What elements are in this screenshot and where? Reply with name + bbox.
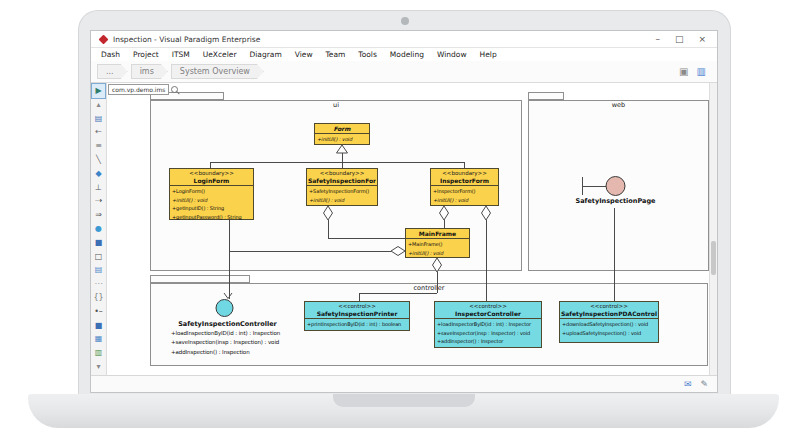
class-inspector-controller[interactable]: <<control>>InspectorController+loadInspe… — [434, 301, 542, 348]
class-name-safety-inspection-pda-controller: SafetyInspectionPDAController — [561, 310, 657, 318]
operation-label: +printInspectionByID(id : int) : boolean — [307, 320, 407, 329]
operation-label: +LoginForm() — [172, 187, 251, 196]
menu-item-diagram[interactable]: Diagram — [250, 50, 282, 59]
operation-label: +saveInspector(insp : Inspector) : void — [437, 329, 539, 338]
operation-label: +downloadSafetyInspection() : void — [562, 320, 656, 329]
class-name-main-frame: MainFrame — [407, 230, 468, 238]
package-tool-icon[interactable]: ■ — [92, 236, 105, 250]
class-safety-inspection-pda-controller[interactable]: <<control>>SafetyInspectionPDAController… — [559, 301, 659, 343]
anchor-tool-icon[interactable]: ⊥ — [92, 181, 105, 195]
class-operations: +downloadSafetyInspection() : void+uploa… — [560, 319, 658, 339]
menu-item-modeling[interactable]: Modeling — [390, 50, 424, 59]
menu-item-view[interactable]: View — [295, 50, 313, 59]
control-circle[interactable] — [216, 300, 233, 317]
operation-label: +MainFrame() — [408, 240, 467, 249]
menu-item-team[interactable]: Team — [326, 50, 346, 59]
breadcrumb-item-ims[interactable]: ims — [131, 64, 168, 79]
menu-item-project[interactable]: Project — [133, 50, 159, 59]
diamond-tool-icon[interactable]: ◆ — [92, 167, 105, 181]
class-header-inspector-form: <<boundary>>InspectorForm — [431, 169, 498, 186]
app-window: Inspection - Visual Paradigm Enterprise … — [90, 30, 718, 393]
operation-label: +initUI() : void — [317, 135, 367, 144]
panel-view-icon[interactable]: ▥ — [697, 66, 706, 78]
chart-tool-icon[interactable]: ▦ — [92, 332, 105, 346]
operation-label: +saveInspection(insp : Inspection) : voi… — [171, 338, 280, 347]
stereotype-label: <<control>> — [306, 303, 408, 310]
scrollbar-thumb[interactable] — [711, 241, 716, 275]
association-tool-icon[interactable]: ╲ — [92, 153, 105, 167]
diagram-canvas[interactable]: com.vp.demo.ims uiwebcontrollerForm+init… — [107, 83, 717, 375]
separator-icon[interactable]: ⋯ — [92, 277, 105, 291]
window-controls: –□× — [655, 34, 711, 44]
class-operations: +printInspectionByID(id : int) : boolean — [305, 319, 409, 330]
class-header-safety-inspection-printer: <<control>>SafetyInspectionPrinter — [305, 302, 409, 319]
class-login-form[interactable]: <<boundary>>LoginForm+LoginForm()+initUI… — [169, 168, 254, 220]
search-icon[interactable] — [171, 86, 178, 93]
laptop-base — [28, 394, 779, 428]
menu-item-itsm[interactable]: ITSM — [172, 50, 190, 59]
note-tool-icon[interactable]: ▤ — [92, 263, 105, 277]
braces-tool-icon[interactable]: {} — [92, 291, 105, 305]
stereotype-label: <<boundary>> — [308, 170, 376, 177]
boundary-circle[interactable] — [606, 177, 625, 196]
compose-note-icon[interactable]: ✎ — [700, 379, 708, 389]
menu-item-dash[interactable]: Dash — [101, 50, 120, 59]
close-button[interactable]: × — [698, 34, 706, 44]
link-end-tool-icon[interactable]: •– — [92, 305, 105, 319]
class-operations: +MainFrame()+initUI() : void — [406, 239, 469, 259]
frame-tool-icon[interactable]: □ — [92, 250, 105, 264]
class-name-login-form: LoginForm — [171, 177, 252, 185]
stereotype-label: <<boundary>> — [171, 170, 252, 177]
laptop-trackpad-notch — [333, 394, 475, 407]
breadcrumb-item-system-overview[interactable]: System Overview — [171, 64, 264, 79]
class-header-login-form: <<boundary>>LoginForm — [170, 169, 253, 186]
mail-icon[interactable]: ✉ — [684, 379, 692, 389]
class-name-inspector-controller: InspectorController — [436, 310, 540, 318]
window-title: Inspection - Visual Paradigm Enterprise — [113, 35, 260, 44]
class-tool-icon[interactable]: ▤ — [92, 112, 105, 126]
menu-item-help[interactable]: Help — [480, 50, 497, 59]
fit-to-window-icon[interactable]: ▣ — [679, 66, 688, 78]
dependency-tool-icon[interactable]: ← — [92, 125, 105, 139]
operation-label: +initUI() : void — [433, 196, 496, 205]
class-safety-inspection-printer[interactable]: <<control>>SafetyInspectionPrinter+print… — [304, 301, 410, 331]
stereotype-label: <<boundary>> — [432, 170, 497, 177]
table-tool-icon[interactable]: ▥ — [92, 346, 105, 360]
operation-label: +initUI() : void — [408, 249, 467, 258]
class-name-safety-inspection-form: SafetyInspectionForm — [308, 177, 376, 185]
class-inspector-form[interactable]: <<boundary>>InspectorForm+InspectorForm(… — [430, 168, 499, 206]
main-area: ▶▴▤←≡╲◆⊥⇢⇒●■□▤⋯{}•–■▦▥▾ com.vp.demo.ims … — [91, 83, 717, 375]
class-main-frame[interactable]: MainFrame+MainFrame()+initUI() : void — [405, 228, 470, 258]
maximize-button[interactable]: □ — [675, 34, 684, 44]
usecase-tool-icon[interactable]: ● — [92, 222, 105, 236]
class-header-form: Form — [315, 124, 369, 134]
operation-label: +loadInspectionByID(id : int) : Inspecti… — [171, 329, 280, 338]
boundary-label-safetyinspectionpage: SafetyInspectionPage — [554, 197, 677, 205]
cursor-tool-icon[interactable]: ▶ — [92, 84, 105, 98]
status-bar: ✉✎ — [91, 375, 717, 392]
class-name-form: Form — [316, 125, 368, 133]
diagram-model-tab[interactable]: com.vp.demo.ims — [108, 84, 169, 95]
class-operations: +loadInspectorByID(id : int) : Inspector… — [435, 319, 541, 347]
align-tool-icon[interactable]: ≡ — [92, 139, 105, 153]
operation-label: +getInputID() : String — [172, 204, 251, 213]
menu-item-uexceler[interactable]: UeXceler — [203, 50, 237, 59]
stereotype-label: <<control>> — [436, 303, 540, 310]
operation-label: +InspectorForm() — [433, 187, 496, 196]
class-safety-inspection-form[interactable]: <<boundary>>SafetyInspectionForm+SafetyI… — [306, 168, 378, 206]
folder-tool-icon[interactable]: ■ — [92, 319, 105, 333]
operation-label: +getInputPassword() : String — [172, 213, 251, 222]
breadcrumb-item-root[interactable]: ... — [97, 64, 128, 79]
menu-item-tools[interactable]: Tools — [358, 50, 376, 59]
class-header-safety-inspection-form: <<boundary>>SafetyInspectionForm — [307, 169, 377, 186]
vertical-scrollbar[interactable] — [709, 83, 717, 375]
dashed-arrow-tool-icon[interactable]: ⇢ — [92, 194, 105, 208]
class-form[interactable]: Form+initUI() : void — [314, 123, 370, 145]
minimize-button[interactable]: – — [655, 34, 660, 44]
scroll-down-icon[interactable]: ▾ — [92, 360, 105, 374]
breadcrumb: ...imsSystem Overview ▣▥ — [91, 61, 717, 83]
scroll-up-icon[interactable]: ▴ — [92, 98, 105, 112]
menu-item-window[interactable]: Window — [437, 50, 467, 59]
realization-tool-icon[interactable]: ⇒ — [92, 208, 105, 222]
visual-paradigm-logo-icon — [99, 34, 109, 44]
